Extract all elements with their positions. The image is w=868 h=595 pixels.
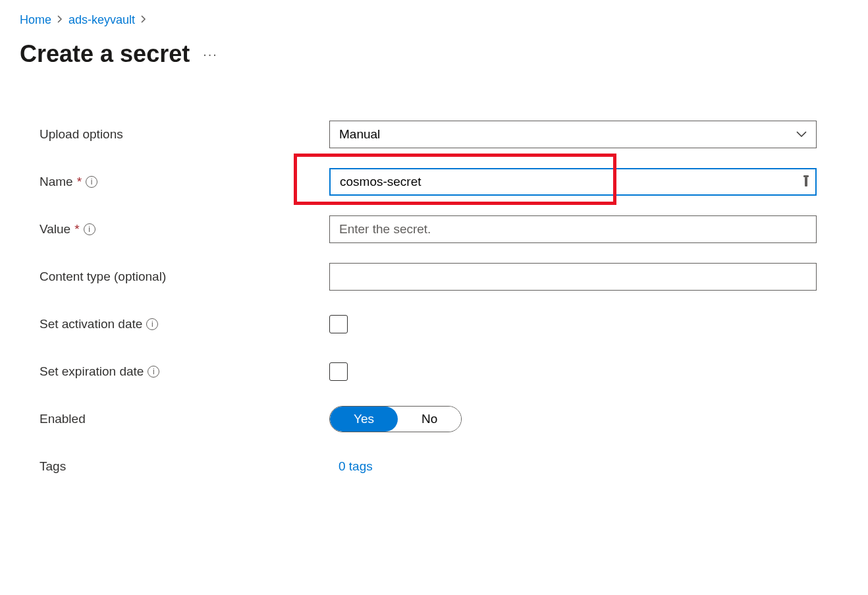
enabled-control: Yes No	[329, 406, 817, 432]
required-indicator: *	[77, 175, 82, 189]
value-input[interactable]	[329, 215, 817, 243]
form-area: Upload options Name * i Value * i	[20, 121, 817, 480]
upload-options-control	[329, 121, 817, 148]
tags-control: 0 tags	[329, 459, 817, 474]
required-indicator: *	[74, 222, 79, 237]
breadcrumb-home-link[interactable]: Home	[20, 13, 51, 27]
value-row: Value * i	[40, 215, 817, 243]
activation-date-checkbox[interactable]	[329, 315, 348, 333]
enabled-toggle: Yes No	[329, 406, 462, 432]
name-row: Name * i	[40, 168, 817, 196]
page-title: Create a secret	[20, 40, 190, 68]
upload-options-select[interactable]	[329, 121, 817, 148]
content-type-row: Content type (optional)	[40, 263, 817, 291]
info-icon[interactable]: i	[84, 223, 95, 235]
breadcrumb: Home ads-keyvault	[20, 13, 848, 27]
name-control	[329, 168, 817, 196]
tags-label: Tags	[40, 459, 329, 474]
activation-date-control	[329, 315, 817, 333]
tags-link[interactable]: 0 tags	[329, 459, 373, 473]
value-label: Value * i	[40, 222, 329, 237]
info-icon[interactable]: i	[146, 318, 158, 330]
content-type-input[interactable]	[329, 263, 817, 291]
breadcrumb-keyvault-link[interactable]: ads-keyvault	[68, 13, 135, 27]
name-label: Name * i	[40, 175, 329, 189]
value-control	[329, 215, 817, 243]
info-icon[interactable]: i	[86, 176, 97, 188]
upload-options-label: Upload options	[40, 127, 329, 142]
expiration-date-checkbox[interactable]	[329, 362, 348, 381]
chevron-right-icon	[57, 14, 63, 26]
activation-date-row: Set activation date i	[40, 310, 817, 338]
expiration-date-row: Set expiration date i	[40, 358, 817, 385]
page-title-row: Create a secret ···	[20, 40, 848, 68]
text-cursor-icon	[805, 177, 807, 186]
more-icon[interactable]: ···	[203, 47, 218, 62]
info-icon[interactable]: i	[148, 366, 159, 378]
name-input[interactable]	[329, 168, 817, 196]
content-type-label: Content type (optional)	[40, 269, 329, 284]
upload-options-row: Upload options	[40, 121, 817, 148]
content-type-control	[329, 263, 817, 291]
tags-row: Tags 0 tags	[40, 453, 817, 480]
enabled-yes-button[interactable]: Yes	[330, 407, 398, 432]
expiration-date-control	[329, 362, 817, 381]
enabled-row: Enabled Yes No	[40, 405, 817, 433]
activation-date-label: Set activation date i	[40, 317, 329, 331]
chevron-right-icon	[140, 14, 147, 26]
expiration-date-label: Set expiration date i	[40, 364, 329, 379]
enabled-label: Enabled	[40, 412, 329, 426]
enabled-no-button[interactable]: No	[398, 407, 461, 432]
